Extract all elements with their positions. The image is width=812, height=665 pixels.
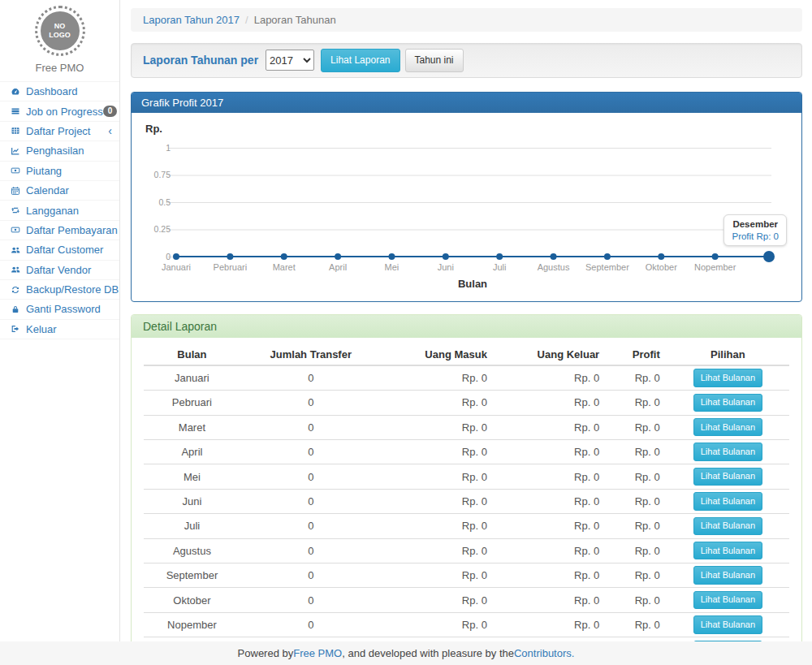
- month-cell: Oktober: [144, 588, 240, 612]
- lihat-bulanan-button-september[interactable]: Lihat Bulanan: [693, 566, 762, 584]
- x-tick-label: Maret: [273, 262, 296, 272]
- lihat-bulanan-button-januari[interactable]: Lihat Bulanan: [693, 369, 762, 386]
- month-cell: Januari: [144, 365, 240, 391]
- lihat-bulanan-button-nopember[interactable]: Lihat Bulanan: [693, 615, 762, 633]
- month-cell: Juni: [144, 489, 240, 513]
- table-row-juli: Juli0Rp. 0Rp. 0Rp. 0Lihat Bulanan: [144, 514, 789, 538]
- table-row-januari: Januari0Rp. 0Rp. 0Rp. 0Lihat Bulanan: [144, 365, 789, 391]
- sidebar-item-daftar-vendor[interactable]: Daftar Vendor: [0, 261, 119, 280]
- sidebar-item-piutang[interactable]: Piutang: [0, 162, 119, 181]
- value-cell: Rp. 0: [494, 563, 606, 587]
- lihat-bulanan-button-mei[interactable]: Lihat Bulanan: [693, 468, 762, 486]
- data-point-januari[interactable]: [173, 253, 179, 260]
- sidebar-item-daftar-customer[interactable]: Daftar Customer: [0, 240, 119, 260]
- data-point-nopember[interactable]: [712, 253, 719, 260]
- value-cell: Rp. 0: [606, 415, 667, 439]
- sidebar-item-label: Ganti Password: [26, 303, 101, 315]
- lihat-bulanan-button-oktober[interactable]: Lihat Bulanan: [693, 591, 762, 609]
- no-logo-badge: NO LOGO: [41, 11, 80, 50]
- sidebar-item-label: Daftar Customer: [26, 244, 103, 256]
- value-cell: Rp. 0: [382, 439, 494, 464]
- sidebar-item-label: Daftar Pembayaran: [26, 224, 118, 236]
- action-cell: Lihat Bulanan: [667, 563, 789, 587]
- lihat-bulanan-button-pebruari[interactable]: Lihat Bulanan: [693, 394, 762, 412]
- sidebar-item-daftar-project[interactable]: Daftar Project‹: [0, 122, 119, 141]
- data-point-juli[interactable]: [496, 253, 503, 260]
- sidebar-item-ganti-password[interactable]: Ganti Password: [0, 300, 119, 319]
- data-point-mei[interactable]: [388, 253, 395, 260]
- table-row-agustus: Agustus0Rp. 0Rp. 0Rp. 0Lihat Bulanan: [144, 538, 789, 563]
- data-point-april[interactable]: [335, 253, 341, 260]
- action-cell: Lihat Bulanan: [667, 538, 789, 563]
- sign-out-icon: [8, 324, 22, 334]
- year-select[interactable]: 2017: [266, 50, 314, 71]
- chart-canvas: 00.250.50.751JanuariPebruariMaretAprilMe…: [144, 123, 789, 293]
- lihat-bulanan-button-juni[interactable]: Lihat Bulanan: [693, 492, 762, 510]
- dashboard-icon: [8, 87, 22, 97]
- action-cell: Lihat Bulanan: [667, 415, 789, 439]
- sidebar-item-langganan[interactable]: Langganan: [0, 201, 119, 220]
- table-row-april: April0Rp. 0Rp. 0Rp. 0Lihat Bulanan: [144, 439, 789, 464]
- value-cell: Rp. 0: [494, 489, 606, 513]
- lihat-bulanan-button-juli[interactable]: Lihat Bulanan: [693, 517, 762, 535]
- data-point-juni[interactable]: [443, 253, 449, 260]
- value-cell: Rp. 0: [494, 439, 606, 464]
- monthly-report-table: BulanJumlah TransferUang MasukUang Kelua…: [144, 344, 789, 665]
- data-point-agustus[interactable]: [551, 253, 557, 260]
- chart-tooltip: Desember Profit Rp: 0: [723, 214, 787, 246]
- lihat-bulanan-button-maret[interactable]: Lihat Bulanan: [693, 418, 762, 436]
- sidebar-item-dashboard[interactable]: Dashboard: [0, 82, 119, 101]
- money-icon: [8, 166, 22, 175]
- sidebar-item-label: Langganan: [26, 205, 79, 217]
- footer-contributors-link[interactable]: Contributors.: [514, 647, 574, 659]
- table-row-nopember: Nopember0Rp. 0Rp. 0Rp. 0Lihat Bulanan: [144, 612, 789, 637]
- sidebar-item-calendar[interactable]: Calendar: [0, 181, 119, 201]
- sidebar-item-backup-restore-db[interactable]: Backup/Restore DB: [0, 280, 119, 300]
- data-point-maret[interactable]: [281, 253, 287, 260]
- value-cell: Rp. 0: [382, 563, 494, 587]
- sidebar-item-keluar[interactable]: Keluar: [0, 320, 119, 339]
- lihat-bulanan-button-april[interactable]: Lihat Bulanan: [693, 443, 762, 460]
- data-point-oktober[interactable]: [658, 253, 664, 260]
- month-cell: April: [144, 439, 240, 464]
- action-cell: Lihat Bulanan: [667, 588, 789, 612]
- tooltip-title: Desember: [732, 219, 779, 229]
- value-cell: Rp. 0: [494, 612, 606, 637]
- x-tick-label: April: [329, 262, 347, 272]
- month-cell: September: [144, 563, 240, 587]
- sidebar-item-job-on-progress[interactable]: Job on Progress0: [0, 101, 119, 121]
- value-cell: Rp. 0: [606, 538, 667, 563]
- column-header-profit: Profit: [606, 344, 667, 365]
- value-cell: Rp. 0: [494, 588, 606, 612]
- month-cell: Agustus: [144, 538, 240, 563]
- value-cell: 0: [240, 439, 382, 464]
- value-cell: Rp. 0: [494, 391, 606, 415]
- value-cell: Rp. 0: [382, 612, 494, 637]
- month-cell: Mei: [144, 464, 240, 489]
- data-point-desember[interactable]: [763, 251, 775, 262]
- value-cell: Rp. 0: [606, 514, 667, 538]
- footer-app-link[interactable]: Free PMO: [293, 647, 342, 659]
- lihat-bulanan-button-agustus[interactable]: Lihat Bulanan: [693, 542, 762, 559]
- sidebar-item-label: Piutang: [26, 165, 62, 177]
- value-cell: 0: [240, 415, 382, 439]
- y-tick-label: 0.5: [158, 196, 171, 206]
- sidebar-item-penghasilan[interactable]: Penghasilan: [0, 141, 119, 161]
- tahun-ini-button[interactable]: Tahun ini: [405, 49, 464, 72]
- logo-ring: NO LOGO: [35, 6, 85, 56]
- logo-text: NO LOGO: [48, 22, 72, 41]
- breadcrumb-link-laporan-tahun[interactable]: Laporan Tahun 2017: [143, 14, 240, 26]
- data-point-pebruari[interactable]: [227, 253, 233, 260]
- column-header-uang-masuk: Uang Masuk: [382, 344, 494, 365]
- sidebar: NO LOGO Free PMO DashboardJob on Progres…: [0, 0, 120, 641]
- lihat-laporan-button[interactable]: Lihat Laporan: [321, 49, 400, 72]
- x-tick-label: Oktober: [646, 262, 677, 272]
- sidebar-item-daftar-pembayaran[interactable]: Daftar Pembayaran: [0, 221, 119, 240]
- table-row-mei: Mei0Rp. 0Rp. 0Rp. 0Lihat Bulanan: [144, 464, 789, 489]
- data-point-september[interactable]: [604, 253, 611, 260]
- app-name: Free PMO: [0, 62, 119, 74]
- breadcrumb: Laporan Tahun 2017/Laporan Tahunan: [131, 8, 802, 32]
- value-cell: Rp. 0: [382, 489, 494, 513]
- tasks-icon: [8, 106, 22, 116]
- table-row-maret: Maret0Rp. 0Rp. 0Rp. 0Lihat Bulanan: [144, 415, 789, 439]
